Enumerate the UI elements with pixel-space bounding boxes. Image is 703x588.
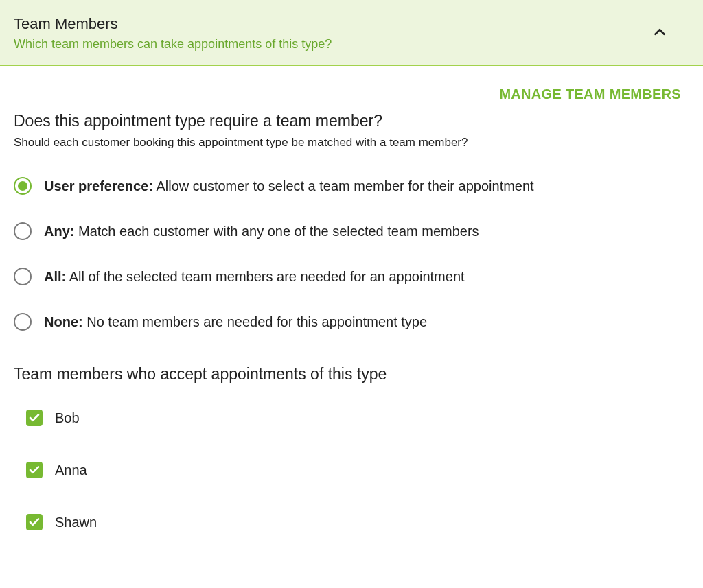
radio-icon (14, 268, 32, 285)
manage-link-row: MANAGE TEAM MEMBERS (14, 86, 689, 102)
panel-subtitle: Which team members can take appointments… (14, 37, 332, 51)
member-checkbox-shawn[interactable]: Shawn (26, 514, 689, 530)
radio-label-rest: Allow customer to select a team member f… (153, 178, 534, 193)
radio-label: Any: Match each customer with any one of… (44, 224, 479, 239)
radio-option-user-preference[interactable]: User preference: Allow customer to selec… (14, 177, 689, 195)
radio-label: All: All of the selected team members ar… (44, 269, 465, 285)
radio-option-any[interactable]: Any: Match each customer with any one of… (14, 222, 689, 240)
require-radio-group: User preference: Allow customer to selec… (14, 177, 689, 331)
require-section-description: Should each customer booking this appoin… (14, 136, 689, 150)
require-section-title: Does this appointment type require a tea… (14, 112, 689, 130)
team-members-panel-header[interactable]: Team Members Which team members can take… (0, 0, 703, 66)
radio-label-rest: No team members are needed for this appo… (83, 314, 427, 329)
member-name: Bob (55, 410, 80, 426)
radio-label-rest: All of the selected team members are nee… (66, 269, 464, 284)
radio-option-none[interactable]: None: No team members are needed for thi… (14, 313, 689, 331)
radio-option-all[interactable]: All: All of the selected team members ar… (14, 268, 689, 285)
radio-label-bold: All: (44, 269, 66, 284)
radio-label-rest: Match each customer with any one of the … (74, 224, 479, 239)
radio-label-bold: Any: (44, 224, 74, 239)
member-name: Shawn (55, 515, 97, 530)
radio-icon (14, 313, 32, 331)
member-checkbox-bob[interactable]: Bob (26, 410, 689, 426)
panel-content: MANAGE TEAM MEMBERS Does this appointmen… (0, 66, 703, 580)
checkbox-checked-icon (26, 410, 43, 426)
header-text-block: Team Members Which team members can take… (14, 15, 332, 51)
radio-icon (14, 222, 32, 240)
team-members-checkbox-list: Bob Anna Shawn (14, 410, 689, 530)
radio-label-bold: User preference: (44, 178, 153, 193)
radio-label: None: No team members are needed for thi… (44, 314, 427, 330)
members-section-title: Team members who accept appointments of … (14, 365, 689, 384)
collapse-chevron-icon[interactable] (652, 25, 689, 43)
checkbox-checked-icon (26, 514, 43, 530)
radio-label: User preference: Allow customer to selec… (44, 178, 534, 194)
radio-icon (14, 177, 32, 195)
manage-team-members-link[interactable]: MANAGE TEAM MEMBERS (499, 86, 681, 102)
panel-title: Team Members (14, 15, 332, 33)
member-name: Anna (55, 462, 87, 478)
radio-label-bold: None: (44, 314, 83, 329)
checkbox-checked-icon (26, 462, 43, 478)
member-checkbox-anna[interactable]: Anna (26, 462, 689, 478)
